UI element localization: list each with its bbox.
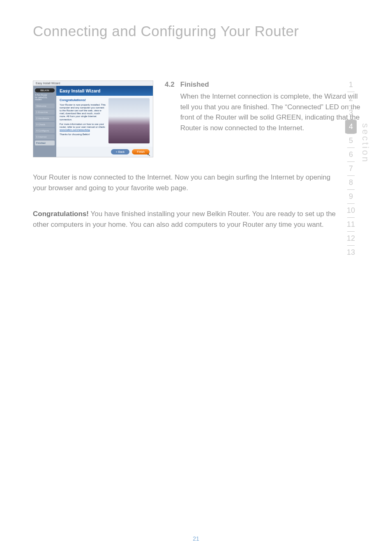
nav-number-4: 4 [345,120,357,134]
belkin-logo: BELKIN [35,88,55,92]
nav-number-2: 2 [345,92,357,106]
wizard-screenshot: Easy Install Wizard BELKIN 4-Port Router… [33,81,153,157]
nav-number-10: 10 [345,204,357,217]
section-label: section [360,123,371,164]
wizard-step-internet: 5 Internet [35,134,55,139]
wizard-banner: Easy Install Wizard [56,86,153,96]
body-paragraph-2: Congratulations! You have finished insta… [33,209,337,230]
step-text: When the Internet connection is complete… [180,91,367,133]
wizard-photo [108,98,150,143]
congrats-p3: Thanks for choosing Belkin! [60,133,106,136]
congratulations-strong: Congratulations! [33,210,89,218]
page-title: Connecting and Configuring Your Router [33,23,367,39]
nav-number-7: 7 [345,162,357,175]
nav-number-13: 13 [345,246,357,259]
wizard-step-welcome: Welcome [35,104,55,108]
step-title: Finished [180,81,367,89]
wizard-sidebar: BELKIN 4-Port Router for cable/DSL modem… [33,86,56,157]
page-number: 21 [0,535,392,542]
congrats-p1: Your Router is now properly installed. T… [60,104,106,121]
cursor-icon: ↖ [147,152,150,157]
nav-number-5: 5 [345,134,357,147]
wizard-step-hardware: 2 Hardware [35,116,55,121]
step-number: 4.2 [165,81,175,133]
window-titlebar: Easy Install Wizard [33,81,153,86]
nav-number-3: 3 [345,106,357,120]
product-name: 4-Port Router for cable/DSL modem [35,94,55,101]
finish-button: Finish ↖ [132,149,150,154]
body-paragraph-1: Your Router is now connected to the Inte… [33,172,337,194]
nav-number-8: 8 [345,176,357,189]
wizard-step-check: 3 Check [35,122,55,127]
nav-number-11: 11 [345,218,357,231]
nav-number-9: 9 [345,190,357,203]
nav-number-6: 6 [345,148,357,161]
networking-link: www.belkin.com/networking [60,129,90,131]
back-button: < Back [111,149,130,154]
nav-number-1: 1 [345,78,357,92]
congrats-p2: For more information on how to use your … [60,123,106,132]
wizard-message: Congratulations! Your Router is now prop… [60,98,106,143]
wizard-step-configure: 4 Configure [35,128,55,133]
wizard-step-finished: Finished [35,141,55,145]
section-nav: 12345678910111213 section [345,78,368,259]
wizard-step-examine: 1 Examine [35,110,55,115]
nav-number-12: 12 [345,232,357,245]
congrats-heading: Congratulations! [60,98,106,102]
